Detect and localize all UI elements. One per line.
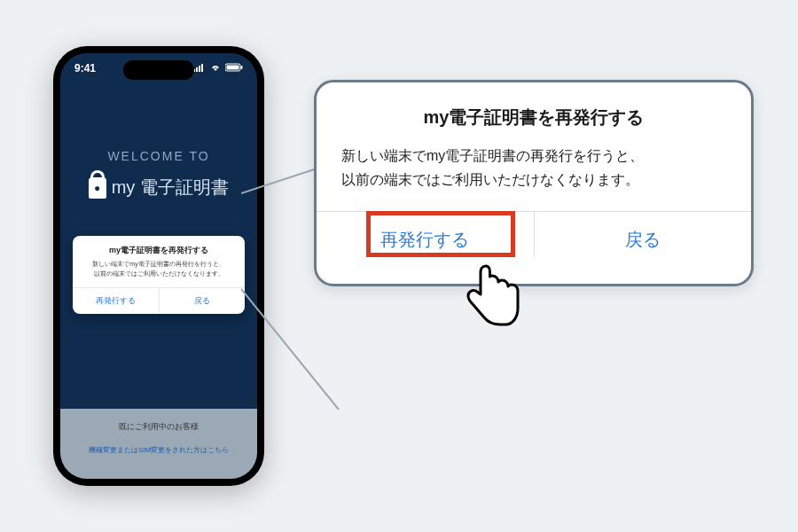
- zoom-body-line1: 新しい端末でmy電子証明書の再発行を行うと、: [341, 148, 644, 163]
- zoom-panel: my電子証明書を再発行する 新しい端末でmy電子証明書の再発行を行うと、 以前の…: [314, 80, 754, 286]
- brand-prefix: my: [112, 177, 136, 198]
- zoom-back-button[interactable]: 戻る: [534, 212, 752, 257]
- key-lock-icon: ●: [89, 177, 106, 199]
- svg-rect-5: [227, 66, 239, 70]
- dialog-body-line1: 新しい端末でmy電子証明書の再発行を行うと、: [92, 261, 224, 267]
- status-indicators: [193, 62, 243, 74]
- zoom-body-line2: 以前の端末ではご利用いただけなくなります。: [341, 172, 639, 187]
- notch: [123, 60, 194, 80]
- footer-panel: 既にご利用中のお客様 機種変更またはSIM変更をされた方はこちら: [60, 409, 257, 479]
- reissue-dialog: my電子証明書を再発行する 新しい端末でmy電子証明書の再発行を行うと、 以前の…: [73, 236, 245, 314]
- wifi-icon: [209, 62, 222, 74]
- app-brand: ● my 電子証明書: [60, 176, 257, 200]
- reissue-button[interactable]: 再発行する: [73, 288, 159, 314]
- phone-frame: 9:41 WELCOME TO ● my 電子証明書 my電子証明書を再発行する: [53, 46, 264, 486]
- svg-rect-2: [199, 66, 200, 72]
- phone-screen: 9:41 WELCOME TO ● my 電子証明書 my電子証明書を再発行する: [60, 53, 257, 479]
- svg-rect-1: [196, 67, 198, 72]
- footer-heading: 既にご利用中のお客様: [67, 421, 250, 433]
- zoom-dialog-actions: 再発行する 戻る: [317, 211, 751, 257]
- back-button[interactable]: 戻る: [159, 288, 246, 314]
- battery-icon: [225, 62, 243, 74]
- zoom-dialog-body: 新しい端末でmy電子証明書の再発行を行うと、 以前の端末ではご利用いただけなくな…: [341, 144, 726, 192]
- zoom-dialog-title: my電子証明書を再発行する: [341, 106, 726, 129]
- device-change-link[interactable]: 機種変更またはSIM変更をされた方はこちら: [89, 446, 229, 454]
- signal-icon: [193, 62, 206, 74]
- svg-rect-6: [241, 66, 243, 69]
- zoom-reissue-button[interactable]: 再発行する: [317, 212, 534, 257]
- zoom-actions-wrap: 再発行する 戻る: [341, 211, 726, 257]
- dialog-actions: 再発行する 戻る: [73, 287, 245, 314]
- svg-rect-3: [201, 64, 203, 72]
- welcome-text: WELCOME TO: [60, 149, 257, 163]
- dialog-title: my電子証明書を再発行する: [73, 236, 245, 260]
- dialog-body: 新しい端末でmy電子証明書の再発行を行うと、 以前の端末ではご利用いただけなくな…: [73, 260, 245, 287]
- dialog-body-line2: 以前の端末ではご利用いただけなくなります。: [94, 270, 224, 277]
- brand-name: 電子証明書: [140, 176, 229, 200]
- status-time: 9:41: [74, 62, 96, 74]
